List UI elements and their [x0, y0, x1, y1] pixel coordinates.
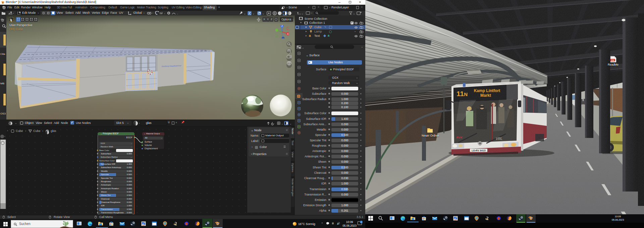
svg-text:⌄: ⌄	[302, 46, 304, 49]
svg-text:ReadMe: ReadMe	[608, 63, 619, 66]
svg-text:Z: Z	[281, 25, 283, 27]
svg-text:X: X	[287, 33, 289, 35]
svg-text:⌄: ⌄	[289, 122, 292, 125]
svg-text:PDF: PDF	[611, 59, 614, 61]
svg-text:⌄: ⌄	[262, 12, 265, 15]
svg-text:⌄: ⌄	[353, 12, 355, 15]
svg-text:⌄: ⌄	[281, 122, 283, 125]
svg-text:⌄: ⌄	[301, 12, 304, 15]
svg-text:Neuer Ordner: Neuer Ordner	[422, 134, 439, 137]
svg-text:⌄: ⌄	[252, 12, 255, 15]
svg-text:⌄: ⌄	[176, 12, 179, 15]
svg-text:⌄: ⌄	[244, 12, 246, 15]
svg-text:⌄: ⌄	[164, 12, 165, 15]
